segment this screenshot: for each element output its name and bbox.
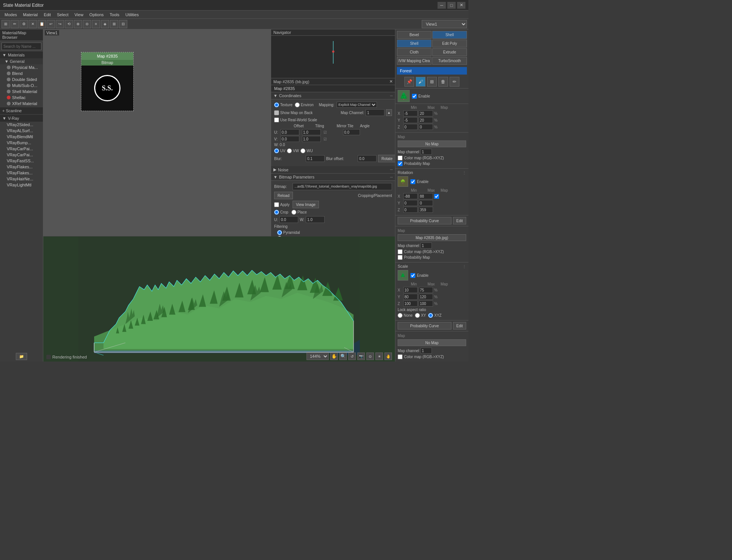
rot-z-max[interactable] xyxy=(419,207,433,213)
vray-item-7[interactable]: VRayFlakes... xyxy=(0,164,43,170)
vray-item-8[interactable]: VRayFlakes... xyxy=(0,170,43,176)
edit-button[interactable]: Edit xyxy=(453,217,466,224)
close-button[interactable]: ✕ xyxy=(457,2,465,9)
ivw-button[interactable]: IVW Mapping Clea xyxy=(397,57,432,65)
vray-item-4[interactable]: VRayCarPai... xyxy=(0,146,43,152)
zoom-button[interactable]: 🔍 xyxy=(339,352,347,360)
y-max-input[interactable] xyxy=(419,117,433,123)
vw-radio[interactable] xyxy=(287,148,292,153)
u-offset-input[interactable] xyxy=(281,129,299,135)
vray-item-5[interactable]: VRayCarPai... xyxy=(0,152,43,158)
texture-radio-label[interactable]: Texture xyxy=(274,102,293,107)
no-map2-button[interactable]: No Map xyxy=(398,339,466,346)
place-radio-label[interactable]: Place xyxy=(291,210,307,215)
v-offset-input[interactable] xyxy=(281,136,299,142)
view-dropdown[interactable]: View1 xyxy=(422,20,467,28)
prob-curve-button[interactable]: Probability Curve xyxy=(398,217,451,224)
scale-z-max[interactable] xyxy=(419,301,433,307)
blur-offset-input[interactable] xyxy=(358,155,377,162)
vray-item-0[interactable]: VRay2Sided... xyxy=(0,122,43,128)
rotation-enable-checkbox[interactable] xyxy=(410,179,415,184)
color-map3-checkbox[interactable] xyxy=(398,354,403,359)
reload-button[interactable]: Reload xyxy=(274,192,293,199)
forest-item[interactable]: Forest xyxy=(397,67,467,75)
trash-icon-button[interactable]: 🗑 xyxy=(438,77,448,87)
toolbar-btn-6[interactable]: ↩ xyxy=(47,20,55,28)
toolbar-btn-9[interactable]: ⊕ xyxy=(74,20,82,28)
toolbar-btn-2[interactable]: ✏ xyxy=(11,20,19,28)
vray-item-6[interactable]: VRayFastSS... xyxy=(0,158,43,164)
mat-item-shellac[interactable]: Shellac xyxy=(0,95,43,101)
blur-input[interactable] xyxy=(306,155,325,162)
brush-icon-button[interactable]: 🖌 xyxy=(416,77,425,87)
pan-button[interactable]: ✋ xyxy=(330,352,338,360)
xy-radio-label[interactable]: XY xyxy=(415,313,426,318)
crop-w-input[interactable] xyxy=(306,216,325,223)
pin-icon-button[interactable]: 📌 xyxy=(404,77,414,87)
menu-modes[interactable]: Modes xyxy=(2,12,20,18)
toolbar-btn-11[interactable]: ≡ xyxy=(92,20,100,28)
map-channel-spin-up[interactable]: ▲ xyxy=(386,109,392,116)
rotation-enable-label[interactable]: Enable xyxy=(410,179,429,184)
layers-icon-button[interactable]: ⊞ xyxy=(427,77,437,87)
vray-item-2[interactable]: VRayBlendMtl xyxy=(0,134,43,140)
menu-edit[interactable]: Edit xyxy=(41,12,54,18)
z-min-input[interactable] xyxy=(403,124,418,130)
bevel-button[interactable]: Bevel xyxy=(397,31,432,39)
menu-options[interactable]: Options xyxy=(86,12,107,18)
rot-y-max[interactable] xyxy=(419,200,433,206)
enable-checkbox[interactable] xyxy=(412,94,417,99)
none-radio[interactable] xyxy=(398,313,403,318)
show-map-checkbox-label[interactable]: Show Map on Back xyxy=(274,110,313,115)
x-min-input[interactable] xyxy=(403,110,418,116)
bitmap-params-section-header[interactable]: ▼ Bitmap Parameters ─ xyxy=(271,174,395,181)
map-channel2-input[interactable] xyxy=(421,243,432,249)
scale-x-max[interactable] xyxy=(419,287,433,293)
xyz-radio-label[interactable]: XYZ xyxy=(428,313,441,318)
menu-utilities[interactable]: Utilities xyxy=(122,12,142,18)
u-tiling-input[interactable] xyxy=(302,129,321,135)
shell-button[interactable]: Shell xyxy=(432,31,467,39)
rotate-button[interactable]: Rotate xyxy=(378,155,395,162)
close-icon[interactable]: ✕ xyxy=(389,79,393,84)
scale-collapse-icon[interactable]: ⋮ xyxy=(462,264,466,269)
noise-collapse-icon[interactable]: ─ xyxy=(390,168,393,172)
extrude-button[interactable]: Extrude xyxy=(432,48,467,56)
scale-enable-checkbox[interactable] xyxy=(410,273,415,278)
turbosmooth-button[interactable]: TurboSmooth xyxy=(432,57,467,65)
prob-curve2-button[interactable]: Probability Curve xyxy=(398,322,451,330)
z-max-input[interactable] xyxy=(419,124,433,130)
pyramidal-radio[interactable] xyxy=(277,230,282,235)
map-channel-input-2[interactable] xyxy=(421,149,432,155)
coordinates-section-header[interactable]: ▼ Coordinates ─ xyxy=(271,92,395,99)
materials-section-header[interactable]: ▼ Materials xyxy=(0,52,43,58)
menu-view[interactable]: View xyxy=(72,12,87,18)
menu-select[interactable]: Select xyxy=(54,12,72,18)
vray-item-3[interactable]: VRayBump... xyxy=(0,140,43,146)
vray-item-1[interactable]: VRayALSurf... xyxy=(0,128,43,134)
edit2-button[interactable]: Edit xyxy=(453,322,466,330)
scale-x-min[interactable] xyxy=(403,287,418,293)
light-button[interactable]: ☀ xyxy=(375,352,383,360)
texture-radio[interactable] xyxy=(274,102,279,107)
environ-radio-label[interactable]: Environ xyxy=(295,102,314,107)
toolbar-btn-4[interactable]: ✕ xyxy=(29,20,37,28)
mat-item-blend[interactable]: Blend xyxy=(0,70,43,76)
scanline-header[interactable]: + Scanline xyxy=(0,107,43,114)
toolbar-btn-5[interactable]: 📋 xyxy=(38,20,46,28)
toolbar-btn-7[interactable]: ↪ xyxy=(56,20,64,28)
vw-radio-label[interactable]: VW xyxy=(287,148,299,153)
rot-x-min[interactable] xyxy=(403,193,418,199)
v-tiling-input[interactable] xyxy=(302,136,321,142)
y-min-input[interactable] xyxy=(403,117,418,123)
place-radio[interactable] xyxy=(291,210,296,215)
toolbar-btn-14[interactable]: ⊟ xyxy=(119,20,127,28)
map-channel-input[interactable] xyxy=(366,109,384,116)
u-angle-input[interactable] xyxy=(343,129,360,135)
search-input[interactable] xyxy=(2,43,41,50)
rot-z-min[interactable] xyxy=(403,207,418,213)
real-world-checkbox[interactable] xyxy=(274,117,279,122)
real-world-checkbox-label[interactable]: Use Real-World Scale xyxy=(274,117,317,122)
view-image-button[interactable]: View Image xyxy=(293,201,319,208)
menu-material[interactable]: Material xyxy=(20,12,41,18)
